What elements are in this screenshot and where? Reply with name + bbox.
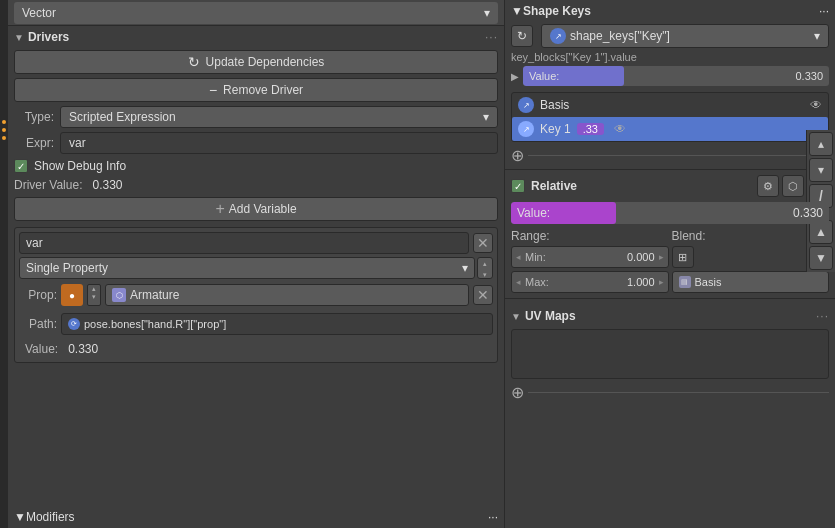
max-label: Max: bbox=[525, 276, 549, 288]
sk-list-controls: ⊕ bbox=[505, 144, 835, 167]
min-input[interactable]: ◂ Min: 0.000 ▸ bbox=[511, 246, 669, 268]
var-close-button[interactable]: ✕ bbox=[473, 233, 493, 253]
max-arrow-right-icon[interactable]: ▸ bbox=[659, 277, 664, 287]
sk-key1-val: .33 bbox=[577, 123, 604, 135]
prop-up-icon[interactable]: ▴ bbox=[88, 285, 100, 293]
value-bar-label: Value: bbox=[529, 70, 559, 82]
var-type-label: Single Property bbox=[26, 261, 108, 275]
path-label: Path: bbox=[19, 317, 57, 331]
vector-select[interactable]: Vector ▾ bbox=[14, 2, 498, 24]
sk-key1-eye-icon[interactable]: 👁 bbox=[614, 122, 626, 136]
list-item[interactable]: ↗ Basis 👁 bbox=[512, 93, 828, 117]
var-type-up-icon[interactable]: ▴ bbox=[478, 258, 492, 269]
blend-basis-icon: ▤ bbox=[679, 276, 691, 288]
uv-maps-header[interactable]: ▼ UV Maps ··· bbox=[505, 305, 835, 327]
driver-value: 0.330 bbox=[92, 178, 122, 192]
prop-down-icon[interactable]: ▾ bbox=[88, 293, 100, 301]
drivers-triangle-icon: ▼ bbox=[14, 32, 24, 43]
path-input[interactable]: ⟳ pose.bones["hand.R"]["prop"] bbox=[61, 313, 493, 335]
min-val: 0.000 bbox=[550, 251, 655, 263]
prop-name-display[interactable]: ⬡ Armature bbox=[105, 284, 469, 306]
uv-add-button[interactable]: ⊕ bbox=[511, 383, 524, 402]
value-bar-header: ▶ Value: 0.330 bbox=[511, 66, 829, 86]
min-arrow-right-icon[interactable]: ▸ bbox=[659, 252, 664, 262]
blend-basis-select[interactable]: ▤ Basis bbox=[672, 271, 830, 293]
list-item[interactable]: ↗ Key 1 .33 👁 bbox=[512, 117, 828, 141]
type-label: Type: bbox=[14, 110, 54, 124]
relative-tool2-button[interactable]: ⬡ bbox=[782, 175, 804, 197]
relative-value-bar[interactable]: Value: 0.330 bbox=[511, 202, 829, 224]
prop-label: Prop: bbox=[19, 288, 57, 302]
modifiers-section-header[interactable]: ▼ Modifiers ··· bbox=[8, 506, 504, 528]
right-panel: ▼ Shape Keys ··· ↻ ↗ shape_keys["Key"] ▾… bbox=[505, 0, 835, 528]
sk-refresh-button[interactable]: ↻ bbox=[511, 25, 533, 47]
vector-chevron-icon: ▾ bbox=[484, 6, 490, 20]
type-select[interactable]: Scripted Expression ▾ bbox=[60, 106, 498, 128]
uv-maps-controls: ⊕ bbox=[505, 381, 835, 404]
sk-dropdown[interactable]: ↗ shape_keys["Key"] ▾ bbox=[541, 24, 829, 48]
minus-icon: − bbox=[209, 82, 217, 98]
prop-stepper[interactable]: ▴ ▾ bbox=[87, 284, 101, 306]
var-name-input[interactable] bbox=[19, 232, 469, 254]
var-type-select[interactable]: Single Property ▾ bbox=[19, 257, 475, 279]
refresh-icon: ↻ bbox=[188, 54, 200, 70]
left-panel: Vector ▾ ▼ Drivers ··· ↻ Update Dependen… bbox=[8, 0, 505, 528]
relative-tool1-button[interactable]: ⚙ bbox=[757, 175, 779, 197]
type-chevron-icon: ▾ bbox=[483, 110, 489, 124]
modifiers-dots-icon: ··· bbox=[488, 510, 498, 524]
sk-move-down-button[interactable]: ▼ bbox=[809, 246, 833, 270]
min-label: Min: bbox=[525, 251, 546, 263]
add-variable-button[interactable]: + Add Variable bbox=[14, 197, 498, 221]
max-val: 1.000 bbox=[553, 276, 655, 288]
drivers-section-header[interactable]: ▼ Drivers ··· bbox=[8, 26, 504, 48]
accent-dot bbox=[2, 128, 6, 132]
path-value: pose.bones["hand.R"]["prop"] bbox=[84, 318, 226, 330]
divider bbox=[505, 169, 835, 170]
shape-keys-header: ▼ Shape Keys ··· bbox=[505, 0, 835, 22]
driver-value-row: Driver Value: 0.330 bbox=[8, 176, 504, 194]
blend-icon-button[interactable]: ⊞ bbox=[672, 246, 694, 268]
expr-row: Expr: bbox=[8, 130, 504, 156]
key-blocks-label: key_blocks["Key 1"].value bbox=[505, 50, 835, 64]
sk-basis-eye-icon[interactable]: 👁 bbox=[810, 98, 822, 112]
relative-row: Relative ⚙ ⬡ ✕ bbox=[505, 172, 835, 200]
prop-close-button[interactable]: ✕ bbox=[473, 285, 493, 305]
show-debug-checkbox[interactable] bbox=[14, 159, 28, 173]
sk-scroll-down-button[interactable]: ▾ bbox=[809, 158, 833, 182]
accent-dot bbox=[2, 120, 6, 124]
range-label: Range: bbox=[511, 229, 669, 243]
update-deps-button[interactable]: ↻ Update Dependencies bbox=[14, 50, 498, 74]
max-arrow-left-icon[interactable]: ◂ bbox=[516, 277, 521, 287]
sk-separator bbox=[528, 155, 829, 156]
value-bar-num: 0.330 bbox=[795, 70, 823, 82]
prop-type-icon: ● bbox=[61, 284, 83, 306]
var-type-chevron-icon: ▾ bbox=[462, 261, 468, 275]
value-bar[interactable]: Value: 0.330 bbox=[523, 66, 829, 86]
remove-driver-button[interactable]: − Remove Driver bbox=[14, 78, 498, 102]
var-type-stepper[interactable]: ▴ ▾ bbox=[477, 257, 493, 279]
armature-icon: ⬡ bbox=[112, 288, 126, 302]
min-arrow-left-icon[interactable]: ◂ bbox=[516, 252, 521, 262]
divider2 bbox=[505, 298, 835, 299]
refresh-icon: ↻ bbox=[517, 29, 527, 43]
right-sidebar-controls: ▴ ▾ / ▲ ▼ bbox=[806, 130, 835, 272]
play-icon[interactable]: ▶ bbox=[511, 71, 519, 82]
sk-scroll-up-button[interactable]: ▴ bbox=[809, 132, 833, 156]
sk-key1-label: Key 1 bbox=[540, 122, 571, 136]
relative-value-row: Value: 0.330 bbox=[505, 200, 835, 226]
expr-input[interactable] bbox=[60, 132, 498, 154]
relative-checkbox[interactable] bbox=[511, 179, 525, 193]
update-deps-row: ↻ Update Dependencies bbox=[8, 48, 504, 76]
show-debug-row: Show Debug Info bbox=[8, 156, 504, 176]
sk-dropdown-inner: ↗ shape_keys["Key"] bbox=[550, 28, 670, 44]
max-input[interactable]: ◂ Max: 1.000 ▸ bbox=[511, 271, 669, 293]
uv-maps-section: ▼ UV Maps ··· ⊕ bbox=[505, 305, 835, 404]
left-accent-bar bbox=[0, 0, 8, 528]
sk-add-button[interactable]: ⊕ bbox=[511, 146, 524, 165]
variable-box: ✕ Single Property ▾ ▴ ▾ Prop: ● ▴ ▾ ⬡ Ar… bbox=[14, 227, 498, 363]
var-type-down-icon[interactable]: ▾ bbox=[478, 269, 492, 280]
add-var-plus-icon: + bbox=[215, 200, 224, 218]
var-value-label: Value: bbox=[25, 342, 58, 356]
value-bar-container: ▶ Value: 0.330 bbox=[505, 64, 835, 90]
relative-label: Relative bbox=[531, 179, 577, 193]
